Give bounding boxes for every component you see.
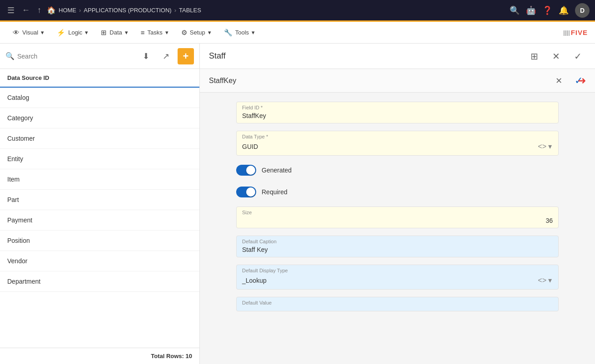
data-type-label: Data Type * xyxy=(237,131,558,139)
nav-setup[interactable]: ⚙ Setup ▾ xyxy=(176,26,217,39)
breadcrumb-home[interactable]: HOME xyxy=(59,7,76,14)
size-label: Size xyxy=(237,207,558,215)
generated-label: Generated xyxy=(262,167,292,174)
nav-logic-label: Logic xyxy=(68,29,82,36)
list-item[interactable]: Vendor xyxy=(0,251,199,271)
export-icon: ↗ xyxy=(163,51,169,61)
default-display-type-label: Default Display Type xyxy=(237,265,558,273)
breadcrumb: 🏠 HOME › APPLICATIONS (PRODUCTION) › TAB… xyxy=(47,6,201,15)
default-caption-value: Staff Key xyxy=(237,244,558,257)
data-type-text: GUID xyxy=(242,143,258,150)
required-toggle[interactable] xyxy=(236,187,256,197)
generated-row: Generated xyxy=(236,163,559,177)
size-value: 36 xyxy=(545,217,553,224)
sidebar-footer: Total Rows: 10 xyxy=(0,348,199,364)
menu-icon[interactable]: ☰ xyxy=(5,4,16,17)
setup-icon: ⚙ xyxy=(181,29,187,37)
staff-check-btn[interactable]: ✓ xyxy=(570,48,586,64)
main: 🔍 ⬇ ↗ + Data Source ID Catalog Category … xyxy=(0,44,595,364)
data-type-field: Data Type * GUID <> ▾ xyxy=(236,131,559,156)
data-type-value: GUID <> ▾ xyxy=(237,139,558,155)
second-bar: 👁 Visual ▾ ⚡ Logic ▾ ⊞ Data ▾ ≡ Tasks ▾ … xyxy=(0,22,595,44)
search-input[interactable] xyxy=(17,53,134,60)
field-id-field: Field ID * StaffKey xyxy=(236,102,559,123)
nav-tools[interactable]: 🔧 Tools ▾ xyxy=(218,26,260,39)
eye-icon: 👁 xyxy=(13,29,20,36)
list-item[interactable]: Entity xyxy=(0,149,199,169)
staffkey-check-icon: ✓ xyxy=(575,75,583,87)
field-id-label: Field ID * xyxy=(237,102,558,110)
add-button[interactable]: + xyxy=(178,48,194,64)
five-logo: |||| FIVE xyxy=(563,29,588,36)
staffkey-check-btn[interactable]: ✓ xyxy=(571,74,586,88)
close-icon: ✕ xyxy=(552,51,560,62)
list-item[interactable]: Part xyxy=(0,190,199,210)
nav-data[interactable]: ⊞ Data ▾ xyxy=(95,26,133,39)
grid-icon: ⊞ xyxy=(531,51,538,62)
required-row: Required xyxy=(236,185,559,199)
list-item[interactable]: Item xyxy=(0,169,199,190)
staff-title: Staff xyxy=(209,51,521,61)
default-display-type-value: _Lookup <> ▾ xyxy=(237,273,558,289)
toggle-knob-required xyxy=(246,187,255,197)
display-type-code-btn[interactable]: <> xyxy=(537,275,547,285)
add-icon: + xyxy=(183,50,189,62)
default-display-type-text: _Lookup xyxy=(242,277,267,284)
list-item[interactable]: Department xyxy=(0,271,199,292)
export-button[interactable]: ↗ xyxy=(158,48,174,64)
right-panel: Staff ⊞ ✕ ✓ StaffKey ✕ ✓ ➜ xyxy=(200,44,595,364)
field-id-value: StaffKey xyxy=(237,110,558,123)
staffkey-header: StaffKey ✕ ✓ ➜ xyxy=(200,69,595,93)
nav-tools-label: Tools xyxy=(235,29,249,36)
nav-visual[interactable]: 👁 Visual ▾ xyxy=(7,26,50,39)
robot-icon[interactable]: 🤖 xyxy=(526,5,536,15)
list-item[interactable]: Position xyxy=(0,231,199,251)
staffkey-close-btn[interactable]: ✕ xyxy=(551,74,566,88)
staff-close-btn[interactable]: ✕ xyxy=(548,48,564,64)
list-item[interactable]: Category xyxy=(0,108,199,128)
top-bar: ☰ ← ↑ 🏠 HOME › APPLICATIONS (PRODUCTION)… xyxy=(0,0,595,22)
breadcrumb-tables[interactable]: TABLES xyxy=(179,7,201,14)
check-icon: ✓ xyxy=(574,51,582,62)
setup-dropdown-icon: ▾ xyxy=(208,29,211,36)
size-field: Size 36 xyxy=(236,207,559,228)
list-item[interactable]: Payment xyxy=(0,210,199,231)
up-icon[interactable]: ↑ xyxy=(35,4,43,17)
data-icon: ⊞ xyxy=(101,29,107,37)
nav-visual-label: Visual xyxy=(22,29,38,36)
tasks-dropdown-icon: ▾ xyxy=(165,29,169,36)
data-dropdown-icon: ▾ xyxy=(125,29,128,36)
notification-icon[interactable]: 🔔 xyxy=(559,5,569,15)
sidebar: 🔍 ⬇ ↗ + Data Source ID Catalog Category … xyxy=(0,44,200,364)
download-button[interactable]: ⬇ xyxy=(138,48,154,64)
visual-dropdown-icon: ▾ xyxy=(41,29,44,36)
tools-dropdown-icon: ▾ xyxy=(252,29,255,36)
top-bar-left: ☰ ← ↑ 🏠 HOME › APPLICATIONS (PRODUCTION)… xyxy=(5,4,201,17)
staffkey-close-icon: ✕ xyxy=(555,76,562,86)
display-type-dropdown-btn[interactable]: ▾ xyxy=(547,275,553,285)
data-type-code-btn[interactable]: <> xyxy=(537,142,547,152)
nav-logic[interactable]: ⚡ Logic ▾ xyxy=(51,26,94,39)
size-value-row: 36 xyxy=(237,215,558,228)
avatar[interactable]: D xyxy=(575,3,590,18)
list-item[interactable]: Customer xyxy=(0,128,199,149)
search-global-icon[interactable]: 🔍 xyxy=(510,5,520,15)
help-icon[interactable]: ❓ xyxy=(542,5,552,15)
logic-icon: ⚡ xyxy=(57,29,65,37)
nav-tasks[interactable]: ≡ Tasks ▾ xyxy=(135,26,174,39)
staff-grid-btn[interactable]: ⊞ xyxy=(526,48,542,64)
list-item[interactable]: Catalog xyxy=(0,88,199,108)
staffkey-title: StaffKey xyxy=(209,77,546,85)
default-caption-text: Staff Key xyxy=(242,246,268,253)
breadcrumb-apps[interactable]: APPLICATIONS (PRODUCTION) xyxy=(84,7,171,14)
column-header: Data Source ID xyxy=(0,69,199,88)
default-display-type-field: Default Display Type _Lookup <> ▾ xyxy=(236,265,559,290)
default-value-label: Default Value xyxy=(237,297,558,305)
tasks-icon: ≡ xyxy=(141,29,145,36)
logic-dropdown-icon: ▾ xyxy=(85,29,88,36)
data-type-dropdown-btn[interactable]: ▾ xyxy=(547,141,553,152)
sidebar-toolbar: 🔍 ⬇ ↗ + xyxy=(0,44,199,69)
generated-toggle[interactable] xyxy=(236,165,256,176)
nav-data-label: Data xyxy=(109,29,122,36)
back-icon[interactable]: ← xyxy=(20,4,32,17)
